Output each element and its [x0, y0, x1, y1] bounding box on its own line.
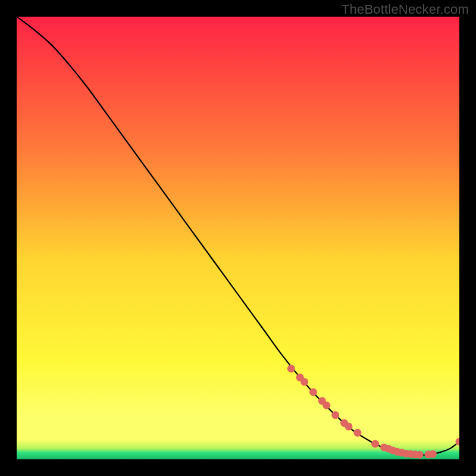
chart-svg	[17, 17, 459, 459]
marker-point	[371, 440, 379, 447]
gradient-background	[17, 17, 459, 459]
marker-point	[416, 451, 424, 459]
marker-point	[331, 411, 339, 419]
marker-point	[345, 422, 353, 430]
marker-point	[309, 388, 317, 396]
marker-point	[300, 378, 308, 386]
marker-point	[322, 402, 330, 409]
plot-area	[17, 17, 459, 459]
marker-point	[287, 365, 295, 372]
chart-container: TheBottleNecker.com	[0, 0, 476, 476]
marker-point	[429, 450, 437, 458]
watermark-text: TheBottleNecker.com	[342, 2, 469, 17]
marker-point	[353, 429, 361, 437]
